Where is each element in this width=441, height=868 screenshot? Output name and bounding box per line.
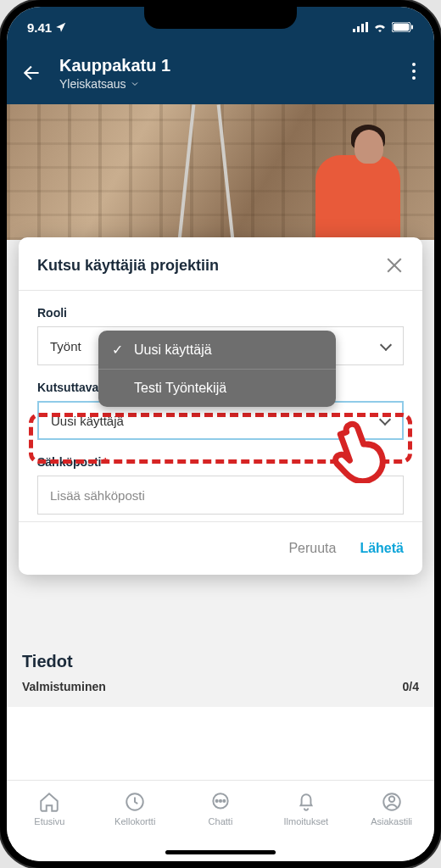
chat-icon [209, 791, 232, 813]
nav-chat[interactable]: Chatti [178, 791, 264, 826]
user-icon [381, 791, 403, 813]
svg-rect-3 [366, 22, 368, 32]
nav-account[interactable]: Asiakastili [349, 791, 434, 826]
status-time: 9.41 [27, 20, 52, 35]
svg-rect-5 [394, 24, 410, 31]
signal-icon [353, 22, 368, 32]
dropdown-item[interactable]: ✓ Uusi käyttäjä [98, 331, 336, 370]
modal-title: Kutsu käyttäjiä projektiin [37, 257, 219, 275]
details-section: Tiedot Valmistuminen 0/4 [7, 638, 434, 707]
svg-point-11 [223, 800, 225, 802]
annotation-pointer-icon [326, 417, 392, 483]
back-button[interactable] [19, 59, 46, 86]
location-icon [55, 21, 67, 33]
bell-icon [295, 791, 317, 813]
page-subtitle-dropdown[interactable]: Yleiskatsaus [59, 77, 392, 91]
svg-point-10 [220, 800, 221, 802]
page-title: Kauppakatu 1 [59, 56, 392, 75]
bottom-nav: Etusivu Kellokortti Chatti Ilmoitukset A… [7, 780, 434, 861]
nav-home[interactable]: Etusivu [7, 791, 92, 826]
battery-icon [392, 22, 414, 32]
app-header: Kauppakatu 1 Yleiskatsaus [7, 47, 434, 104]
role-label: Rooli [37, 306, 404, 320]
wifi-icon [373, 22, 387, 32]
chevron-down-icon [379, 340, 391, 352]
home-icon [38, 791, 60, 813]
progress-label: Valmistuminen [22, 680, 106, 693]
svg-point-13 [388, 797, 394, 803]
nav-timecard[interactable]: Kellokortti [92, 791, 178, 826]
check-icon: ✓ [112, 342, 126, 358]
svg-rect-1 [357, 26, 360, 32]
svg-rect-0 [353, 29, 355, 32]
nav-notifications[interactable]: Ilmoitukset [263, 791, 349, 826]
svg-rect-6 [411, 25, 413, 30]
submit-button[interactable]: Lähetä [360, 541, 404, 556]
close-icon[interactable] [385, 256, 404, 275]
chevron-down-icon [130, 79, 140, 89]
cancel-button[interactable]: Peruuta [288, 541, 336, 556]
progress-value: 0/4 [403, 680, 419, 693]
svg-point-9 [216, 800, 218, 802]
svg-rect-2 [361, 24, 364, 32]
clock-icon [124, 791, 146, 813]
section-title: Tiedot [22, 652, 419, 671]
dropdown-item[interactable]: Testi Työntekijä [98, 370, 336, 407]
person-dropdown-menu: ✓ Uusi käyttäjä Testi Työntekijä [98, 331, 336, 407]
kebab-menu[interactable] [405, 63, 422, 80]
home-indicator[interactable] [165, 850, 276, 854]
project-hero-image [7, 104, 434, 240]
